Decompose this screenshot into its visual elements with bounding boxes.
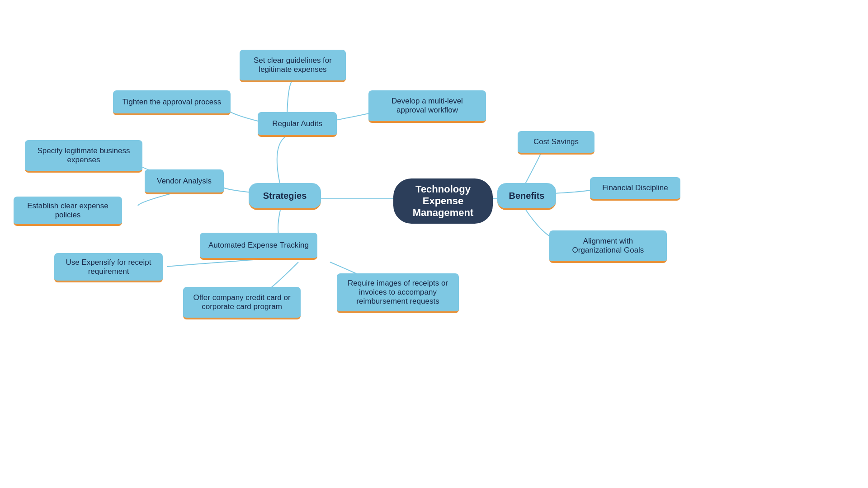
strategies-node: Strategies: [249, 183, 321, 210]
cost-savings-label: Cost Savings: [533, 137, 579, 146]
financial-discipline-node: Financial Discipline: [590, 177, 680, 201]
develop-multilevel-node: Develop a multi-level approval workflow: [368, 90, 486, 123]
regular-audits-label: Regular Audits: [272, 119, 322, 128]
cost-savings-node: Cost Savings: [518, 131, 594, 155]
set-clear-guidelines-node: Set clear guidelines for legitimate expe…: [240, 50, 346, 82]
center-label: Technology Expense Management: [411, 183, 475, 219]
vendor-analysis-node: Vendor Analysis: [145, 169, 224, 194]
use-expensify-node: Use Expensify for receipt requirement: [54, 253, 163, 282]
require-images-label: Require images of receipts or invoices t…: [345, 279, 451, 306]
require-images-node: Require images of receipts or invoices t…: [337, 273, 459, 313]
establish-clear-label: Establish clear expense policies: [22, 202, 114, 220]
connections-svg: [0, 0, 868, 488]
mindmap-container: Technology Expense Management Strategies…: [0, 0, 868, 488]
offer-company-card-label: Offer company credit card or corporate c…: [191, 293, 292, 311]
use-expensify-label: Use Expensify for receipt requirement: [62, 258, 155, 276]
specify-legitimate-label: Specify legitimate business expenses: [33, 146, 134, 164]
tighten-approval-label: Tighten the approval process: [123, 98, 222, 107]
offer-company-card-node: Offer company credit card or corporate c…: [183, 287, 301, 319]
develop-multilevel-label: Develop a multi-level approval workflow: [377, 97, 478, 115]
vendor-analysis-label: Vendor Analysis: [157, 177, 212, 186]
establish-clear-node: Establish clear expense policies: [14, 197, 122, 226]
automated-expense-label: Automated Expense Tracking: [208, 241, 309, 250]
strategies-label: Strategies: [263, 191, 307, 201]
alignment-node: Alignment with Organizational Goals: [549, 230, 667, 263]
benefits-node: Benefits: [497, 183, 556, 210]
specify-legitimate-node: Specify legitimate business expenses: [25, 140, 142, 173]
benefits-label: Benefits: [509, 191, 545, 201]
alignment-label: Alignment with Organizational Goals: [557, 237, 659, 255]
financial-discipline-label: Financial Discipline: [602, 183, 668, 192]
center-node: Technology Expense Management: [393, 178, 493, 224]
set-clear-guidelines-label: Set clear guidelines for legitimate expe…: [248, 56, 338, 74]
tighten-approval-node: Tighten the approval process: [113, 90, 231, 115]
regular-audits-node: Regular Audits: [258, 112, 337, 137]
automated-expense-node: Automated Expense Tracking: [200, 233, 317, 260]
